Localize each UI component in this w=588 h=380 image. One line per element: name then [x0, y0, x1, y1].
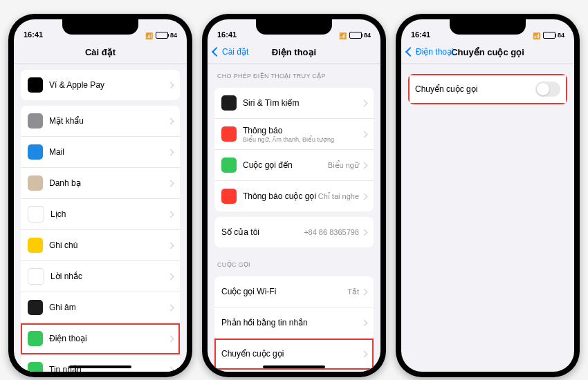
chevron-right-icon	[167, 149, 174, 155]
chevron-right-icon	[167, 180, 174, 187]
key-icon	[28, 113, 43, 129]
settings-row[interactable]: Phản hồi bằng tin nhắn	[214, 307, 374, 339]
row-label: Thông báo	[243, 126, 362, 135]
row-value: Chỉ tai nghe	[318, 192, 359, 201]
row-label: Thông báo cuộc gọi	[243, 191, 318, 201]
nav-bar: Cài đặt Điện thoại	[208, 40, 380, 64]
chevron-right-icon	[167, 366, 174, 372]
status-time: 16:41	[411, 30, 430, 39]
settings-row[interactable]: Danh bạ	[21, 168, 180, 199]
row-label: Phản hồi bằng tin nhắn	[221, 318, 362, 327]
wallet-icon	[28, 77, 43, 93]
settings-row[interactable]: Tin nhắn	[21, 354, 180, 372]
back-button[interactable]: Cài đặt	[213, 47, 248, 57]
row-label: Chuyển cuộc gọi	[221, 349, 362, 359]
settings-row[interactable]: Ghi chú	[21, 230, 180, 261]
settings-row[interactable]: Cuộc gọi đếnBiểu ngữ	[214, 150, 374, 181]
settings-row[interactable]: Cuộc gọi Wi-FiTắt	[214, 276, 374, 307]
page-title: Cài đặt	[85, 47, 116, 57]
msg-icon	[28, 362, 43, 372]
notch	[62, 19, 138, 35]
settings-row[interactable]: Siri & Tìm kiếm	[214, 88, 374, 119]
chevron-right-icon	[361, 193, 368, 200]
settings-row[interactable]: Ghi âm	[21, 292, 180, 323]
section-header: CHO PHÉP ĐIỆN THOẠI TRUY CẬP	[208, 64, 380, 82]
phone-icon	[28, 331, 43, 346]
mail-icon	[28, 144, 43, 160]
status-time: 16:41	[24, 30, 43, 39]
row-label: Ví & Apple Pay	[49, 80, 168, 90]
notif-icon	[221, 126, 237, 142]
chevron-right-icon	[361, 319, 368, 326]
row-label: Số của tôi	[221, 227, 304, 237]
chevron-right-icon	[167, 242, 174, 249]
notch	[450, 19, 526, 35]
settings-row[interactable]: Lời nhắc	[21, 261, 180, 292]
page-title: Điện thoại	[272, 47, 316, 57]
page-title: Chuyển cuộc gọi	[451, 47, 524, 57]
incall-icon	[221, 158, 237, 173]
chevron-right-icon	[361, 162, 368, 169]
row-label: Lời nhắc	[50, 272, 168, 281]
status-time: 16:41	[217, 30, 237, 39]
notch	[256, 19, 332, 35]
home-indicator[interactable]	[69, 365, 131, 368]
home-indicator[interactable]	[263, 365, 325, 368]
chevron-right-icon	[361, 229, 368, 236]
toggle-switch[interactable]	[535, 82, 560, 97]
chevron-right-icon	[361, 99, 368, 106]
chevron-right-icon	[167, 273, 174, 280]
cal-icon	[28, 206, 44, 222]
row-label: Ghi âm	[49, 303, 168, 312]
phone-phone-settings: 16:41 📶84 Cài đặt Điện thoại CHO PHÉP ĐI…	[202, 14, 386, 377]
settings-row[interactable]: Mail	[21, 137, 180, 168]
chevron-right-icon	[167, 211, 174, 218]
back-button[interactable]: Điện thoại	[407, 47, 454, 57]
row-label: Mail	[49, 147, 168, 157]
row-value: +84 86 8365798	[304, 228, 359, 236]
row-label: Cuộc gọi Wi-Fi	[221, 287, 347, 296]
row-label: Ghi chú	[49, 240, 168, 250]
chevron-left-icon	[212, 47, 221, 57]
row-value: Biểu ngữ	[328, 161, 359, 170]
settings-row[interactable]: Chờ cuộc gọi	[214, 370, 374, 372]
call-forwarding-row[interactable]: Chuyển cuộc gọi	[408, 74, 567, 104]
phone-call-forwarding: 16:41 📶84 Điện thoại Chuyển cuộc gọi Chu…	[396, 14, 580, 377]
row-label: Mật khẩu	[49, 116, 168, 126]
chevron-right-icon	[167, 82, 174, 88]
voice-icon	[28, 300, 43, 315]
remind-icon	[28, 268, 44, 285]
notes-icon	[28, 238, 43, 253]
row-label: Danh bạ	[49, 178, 168, 188]
section-header: CUỘC GỌI	[208, 253, 380, 271]
nav-bar: Cài đặt	[14, 40, 187, 64]
siri-icon	[221, 95, 237, 111]
row-subtitle: Biểu ngữ, Âm thanh, Biểu tượng	[243, 136, 362, 143]
settings-row[interactable]: Mật khẩu	[21, 106, 180, 137]
contacts-icon	[28, 175, 43, 191]
settings-row[interactable]: Thông báoBiểu ngữ, Âm thanh, Biểu tượng	[214, 119, 374, 150]
chevron-right-icon	[361, 288, 368, 295]
chevron-right-icon	[167, 304, 174, 311]
chevron-right-icon	[361, 350, 368, 357]
phone-settings: 16:41 📶84 Cài đặt Ví & Apple PayMật khẩu…	[8, 14, 192, 377]
nav-bar: Điện thoại Chuyển cuộc gọi	[401, 40, 574, 64]
row-label: Chuyển cuộc gọi	[415, 84, 535, 94]
settings-row[interactable]: Thông báo cuộc gọiChỉ tai nghe	[214, 181, 374, 211]
chevron-right-icon	[167, 335, 174, 342]
row-label: Điện thoại	[49, 334, 168, 343]
row-label: Cuộc gọi đến	[243, 160, 328, 170]
chevron-left-icon	[405, 47, 415, 57]
settings-row[interactable]: Lịch	[21, 199, 180, 230]
row-value: Tắt	[347, 287, 359, 296]
chevron-right-icon	[167, 117, 174, 124]
announce-icon	[221, 189, 237, 204]
settings-row[interactable]: Số của tôi+84 86 8365798	[214, 217, 374, 247]
row-label: Lịch	[50, 209, 168, 219]
settings-row[interactable]: Ví & Apple Pay	[21, 70, 180, 100]
row-label: Siri & Tìm kiếm	[243, 98, 362, 108]
chevron-right-icon	[361, 131, 368, 137]
settings-row[interactable]: Điện thoại	[21, 323, 180, 354]
